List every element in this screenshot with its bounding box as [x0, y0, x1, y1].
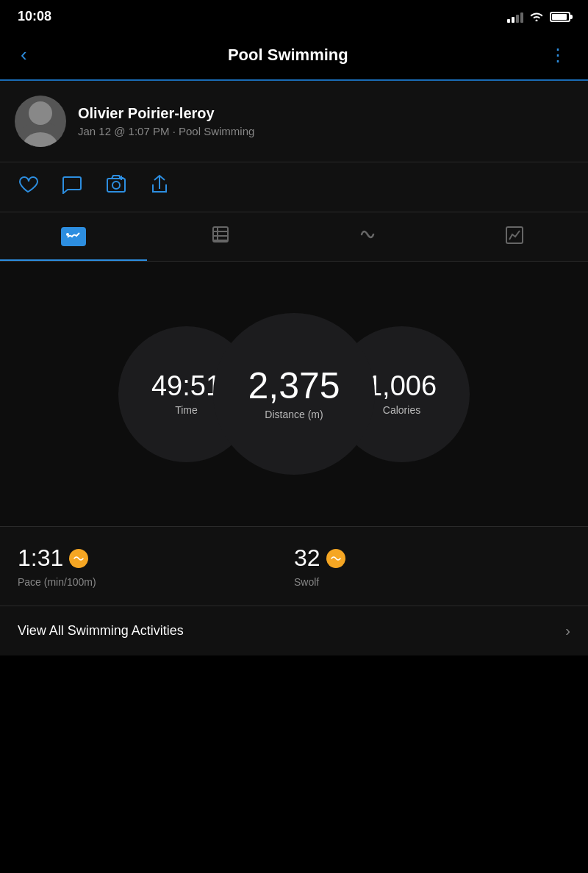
wifi-icon: [529, 10, 544, 24]
circle-container: 49:51 Time 2,375 Distance (m) 1,006: [15, 313, 573, 475]
user-meta: Jan 12 @ 1:07 PM · Pool Swimming: [78, 125, 254, 137]
view-all-chevron-icon: ›: [565, 622, 570, 639]
stat-swolf: 32 Swolf: [294, 545, 570, 588]
view-all-text: View All Swimming Activities: [18, 623, 184, 639]
view-all-button[interactable]: View All Swimming Activities ›: [0, 606, 588, 655]
distance-circle: 2,375 Distance (m): [213, 313, 375, 475]
share-button[interactable]: [150, 174, 169, 200]
stat-swolf-value: 32: [294, 545, 320, 572]
stat-pace-value: 1:31: [18, 545, 63, 572]
signal-icon: [507, 11, 523, 23]
back-button[interactable]: ‹: [15, 40, 33, 69]
tab-metrics[interactable]: [0, 212, 147, 261]
calories-value: 1,006: [367, 372, 437, 400]
nav-bar: ‹ Pool Swimming ⋮: [0, 30, 588, 81]
stat-pace-value-row: 1:31: [18, 545, 294, 572]
stat-pace: 1:31 Pace (min/100m): [18, 545, 294, 588]
stat-swolf-label: Swolf: [294, 576, 570, 588]
metrics-section: 49:51 Time 2,375 Distance (m) 1,006: [0, 262, 588, 526]
distance-value: 2,375: [248, 367, 340, 404]
page-title: Pool Swimming: [33, 46, 543, 65]
stat-pace-label: Pace (min/100m): [18, 576, 294, 588]
tab-metrics-icon: [61, 227, 86, 246]
svg-rect-3: [107, 179, 125, 192]
stats-row: 1:31 Pace (min/100m) 32 Swolf: [0, 526, 588, 606]
calories-label: Calories: [383, 404, 420, 416]
battery-icon: [550, 12, 570, 22]
tab-intervals[interactable]: [294, 212, 441, 261]
svg-point-1: [29, 101, 52, 125]
more-button[interactable]: ⋮: [543, 42, 573, 68]
user-section: Olivier Poirier-leroy Jan 12 @ 1:07 PM ·…: [0, 81, 588, 162]
time-label: Time: [175, 404, 198, 416]
add-photo-button[interactable]: [106, 175, 126, 199]
svg-point-4: [112, 182, 120, 189]
comment-button[interactable]: [62, 175, 82, 199]
user-name: Olivier Poirier-leroy: [78, 105, 254, 122]
time-value: 49:51: [151, 372, 221, 400]
distance-label: Distance (m): [265, 409, 323, 420]
user-info: Olivier Poirier-leroy Jan 12 @ 1:07 PM ·…: [78, 105, 254, 137]
status-bar: 10:08: [0, 0, 588, 30]
status-time: 10:08: [18, 9, 51, 24]
bottom-fill: [0, 655, 588, 802]
avatar: [15, 96, 66, 147]
like-button[interactable]: [18, 175, 38, 199]
action-bar: [0, 162, 588, 212]
status-icons: [507, 10, 570, 24]
stat-pace-badge: [69, 549, 88, 568]
stat-swolf-badge: [326, 549, 345, 568]
stat-swolf-value-row: 32: [294, 545, 570, 572]
tabs: [0, 212, 588, 262]
tab-charts[interactable]: [441, 212, 588, 261]
tab-laps[interactable]: [147, 212, 294, 261]
